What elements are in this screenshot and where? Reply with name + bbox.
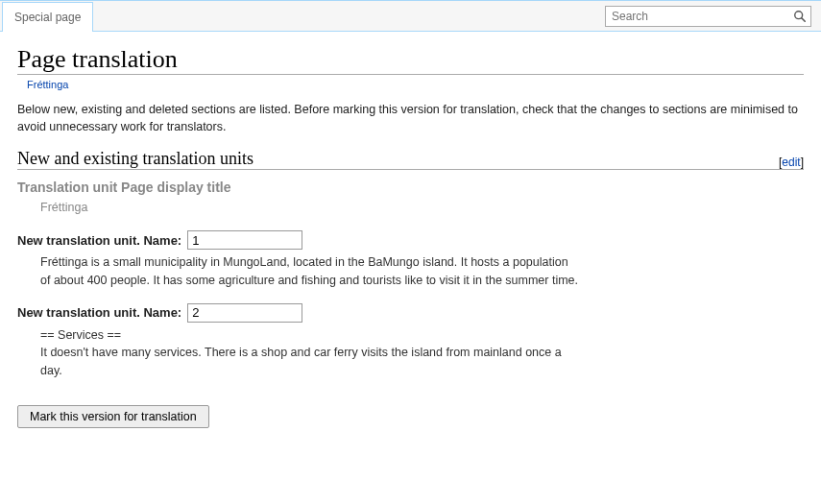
- breadcrumb: Fréttinga: [27, 77, 804, 91]
- page-root: Special page Page translation Fréttinga …: [0, 0, 821, 504]
- intro-text: Below new, existing and deleted sections…: [17, 101, 804, 135]
- search-input[interactable]: [606, 8, 789, 25]
- display-unit-body: Fréttinga: [40, 199, 578, 217]
- new-unit-label: New translation unit. Name:: [17, 233, 181, 248]
- search-icon[interactable]: [789, 10, 810, 23]
- new-unit-label: New translation unit. Name:: [17, 305, 181, 320]
- search-box[interactable]: [605, 6, 811, 27]
- unit-name-input-1[interactable]: [187, 230, 302, 250]
- svg-line-1: [802, 18, 806, 22]
- section-heading: New and existing translation units: [17, 149, 779, 169]
- display-unit-heading: Translation unit Page display title: [17, 180, 804, 195]
- tab-bar: Special page: [0, 1, 821, 32]
- new-unit-row-1: New translation unit. Name:: [17, 230, 804, 250]
- content-area: Page translation Fréttinga Below new, ex…: [0, 32, 821, 428]
- new-unit-row-2: New translation unit. Name:: [17, 303, 804, 323]
- section-header: New and existing translation units [edit…: [17, 149, 804, 170]
- tab-special-page[interactable]: Special page: [2, 2, 93, 32]
- unit-body-2: == Services == It doesn't have many serv…: [40, 326, 578, 380]
- back-link[interactable]: Fréttinga: [27, 79, 68, 90]
- page-title: Page translation: [17, 45, 804, 75]
- unit-body-1: Fréttinga is a small municipality in Mun…: [40, 253, 578, 290]
- unit-name-input-2[interactable]: [187, 303, 302, 323]
- tab-label: Special page: [14, 11, 81, 24]
- mark-version-button[interactable]: Mark this version for translation: [17, 405, 209, 428]
- edit-section: [edit]: [779, 156, 804, 169]
- edit-link[interactable]: edit: [782, 156, 800, 169]
